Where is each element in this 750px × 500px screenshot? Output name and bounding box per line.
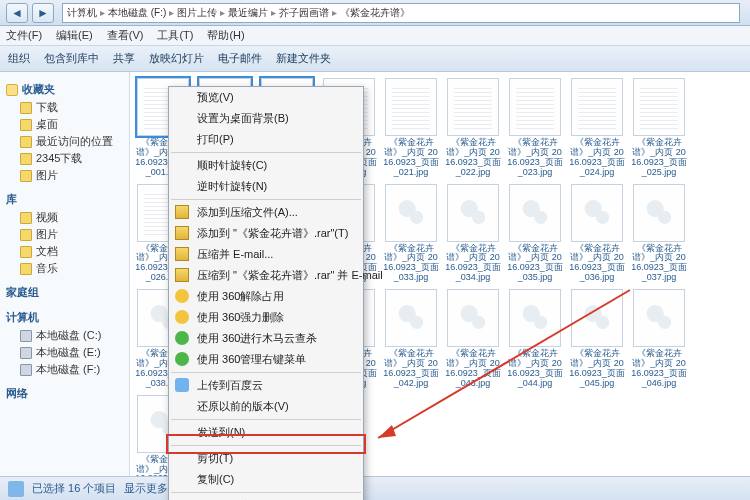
file-thumbnail[interactable]: 《紫金花卉谱》_内页 2016.0923_页面_042.jpg: [382, 289, 440, 389]
archive-icon: [175, 268, 189, 282]
file-thumbnail[interactable]: 《紫金花卉谱》_内页 2016.0923_页面_023.jpg: [506, 78, 564, 178]
folder-icon: [20, 170, 32, 182]
cm-create-shortcut[interactable]: 创建快捷方式(S): [169, 495, 363, 500]
cm-360-force-delete[interactable]: 使用 360强力删除: [169, 307, 363, 328]
cm-360-manage-menu[interactable]: 使用 360管理右键菜单: [169, 349, 363, 370]
cmd-organize[interactable]: 组织: [8, 51, 30, 66]
file-thumbnail[interactable]: 《紫金花卉谱》_内页 2016.0923_页面_044.jpg: [506, 289, 564, 389]
breadcrumb-item[interactable]: 最近编片: [228, 6, 268, 20]
360-icon: [175, 352, 189, 366]
file-caption: 《紫金花卉谱》_内页 2016.0923_页面_045.jpg: [568, 349, 626, 389]
file-thumbnail[interactable]: 《紫金花卉谱》_内页 2016.0923_页面_025.jpg: [630, 78, 688, 178]
cmd-email[interactable]: 电子邮件: [218, 51, 262, 66]
cm-preview[interactable]: 预览(V): [169, 87, 363, 108]
folder-icon: [20, 246, 32, 258]
file-caption: 《紫金花卉谱》_内页 2016.0923_页面_046.jpg: [630, 349, 688, 389]
thumbnail-image: [447, 78, 499, 136]
cm-360-unlock[interactable]: 使用 360解除占用: [169, 286, 363, 307]
menu-help[interactable]: 帮助(H): [207, 28, 244, 43]
cmd-include[interactable]: 包含到库中: [44, 51, 99, 66]
file-thumbnail[interactable]: 《紫金花卉谱》_内页 2016.0923_页面_046.jpg: [630, 289, 688, 389]
drive-icon: [20, 347, 32, 359]
file-caption: 《紫金花卉谱》_内页 2016.0923_页面_042.jpg: [382, 349, 440, 389]
folder-icon: [20, 263, 32, 275]
breadcrumb-item[interactable]: 《紫金花卉谱》: [340, 6, 410, 20]
menu-edit[interactable]: 编辑(E): [56, 28, 93, 43]
cmd-share[interactable]: 共享: [113, 51, 135, 66]
cm-set-background[interactable]: 设置为桌面背景(B): [169, 108, 363, 129]
file-thumbnail[interactable]: 《紫金花卉谱》_内页 2016.0923_页面_037.jpg: [630, 184, 688, 284]
cm-rotate-ccw[interactable]: 逆时针旋转(N): [169, 176, 363, 197]
breadcrumb-root[interactable]: 计算机: [67, 6, 97, 20]
command-bar: 组织 包含到库中 共享 放映幻灯片 电子邮件 新建文件夹: [0, 46, 750, 72]
cm-send-to[interactable]: 发送到(N): [169, 422, 363, 443]
archive-icon: [175, 226, 189, 240]
sidebar-libraries[interactable]: 库: [6, 192, 123, 207]
sidebar-item-pictures[interactable]: 图片: [6, 167, 123, 184]
sidebar-item-documents[interactable]: 文档: [6, 243, 123, 260]
cm-restore-version[interactable]: 还原以前的版本(V): [169, 396, 363, 417]
cmd-slideshow[interactable]: 放映幻灯片: [149, 51, 204, 66]
file-thumbnail[interactable]: 《紫金花卉谱》_内页 2016.0923_页面_045.jpg: [568, 289, 626, 389]
separator: [171, 152, 361, 153]
sidebar-item-drive-e[interactable]: 本地磁盘 (E:): [6, 344, 123, 361]
sidebar-item-desktop[interactable]: 桌面: [6, 116, 123, 133]
sidebar-item-downloads[interactable]: 下载: [6, 99, 123, 116]
file-caption: 《紫金花卉谱》_内页 2016.0923_页面_022.jpg: [444, 138, 502, 178]
cmd-newfolder[interactable]: 新建文件夹: [276, 51, 331, 66]
file-thumbnail[interactable]: 《紫金花卉谱》_内页 2016.0923_页面_035.jpg: [506, 184, 564, 284]
menu-tools[interactable]: 工具(T): [157, 28, 193, 43]
breadcrumb-item[interactable]: 芥子园画谱: [279, 6, 329, 20]
cm-360-scan[interactable]: 使用 360进行木马云查杀: [169, 328, 363, 349]
file-caption: 《紫金花卉谱》_内页 2016.0923_页面_021.jpg: [382, 138, 440, 178]
thumbnail-image: [571, 78, 623, 136]
file-thumbnail[interactable]: 《紫金花卉谱》_内页 2016.0923_页面_033.jpg: [382, 184, 440, 284]
cm-rotate-cw[interactable]: 顺时针旋转(C): [169, 155, 363, 176]
thumbnail-image: [633, 289, 685, 347]
breadcrumb[interactable]: 计算机▸ 本地磁盘 (F:)▸ 图片上传▸ 最近编片▸ 芥子园画谱▸ 《紫金花卉…: [62, 3, 740, 23]
thumbnail-image: [385, 289, 437, 347]
file-thumbnail[interactable]: 《紫金花卉谱》_内页 2016.0923_页面_034.jpg: [444, 184, 502, 284]
cm-upload-cloud[interactable]: 上传到百度云: [169, 375, 363, 396]
breadcrumb-item[interactable]: 图片上传: [177, 6, 217, 20]
file-thumbnail[interactable]: 《紫金花卉谱》_内页 2016.0923_页面_021.jpg: [382, 78, 440, 178]
360-icon: [175, 331, 189, 345]
sidebar-homegroup[interactable]: 家庭组: [6, 285, 123, 300]
sidebar-item-recent[interactable]: 最近访问的位置: [6, 133, 123, 150]
sidebar-item-music[interactable]: 音乐: [6, 260, 123, 277]
sidebar-computer[interactable]: 计算机: [6, 310, 123, 325]
file-thumbnail[interactable]: 《紫金花卉谱》_内页 2016.0923_页面_024.jpg: [568, 78, 626, 178]
archive-icon: [175, 247, 189, 261]
sidebar-item-2345[interactable]: 2345下载: [6, 150, 123, 167]
sidebar-network[interactable]: 网络: [6, 386, 123, 401]
star-icon: [6, 84, 18, 96]
cm-cut[interactable]: 剪切(T): [169, 448, 363, 469]
sidebar-item-drive-f[interactable]: 本地磁盘 (F:): [6, 361, 123, 378]
menu-view[interactable]: 查看(V): [107, 28, 144, 43]
sidebar-item-drive-c[interactable]: 本地磁盘 (C:): [6, 327, 123, 344]
cm-add-named-zip[interactable]: 添加到 "《紫金花卉谱》.rar"(T): [169, 223, 363, 244]
file-thumbnail[interactable]: 《紫金花卉谱》_内页 2016.0923_页面_022.jpg: [444, 78, 502, 178]
nav-back-button[interactable]: ◄: [6, 3, 28, 23]
thumbnail-image: [633, 184, 685, 242]
file-caption: 《紫金花卉谱》_内页 2016.0923_页面_025.jpg: [630, 138, 688, 178]
file-caption: 《紫金花卉谱》_内页 2016.0923_页面_044.jpg: [506, 349, 564, 389]
file-thumbnail[interactable]: 《紫金花卉谱》_内页 2016.0923_页面_036.jpg: [568, 184, 626, 284]
cm-zip-email[interactable]: 压缩并 E-mail...: [169, 244, 363, 265]
drive-icon: [20, 330, 32, 342]
file-thumbnail[interactable]: 《紫金花卉谱》_内页 2016.0923_页面_043.jpg: [444, 289, 502, 389]
sidebar-item-videos[interactable]: 视频: [6, 209, 123, 226]
sidebar-item-pictures-lib[interactable]: 图片: [6, 226, 123, 243]
breadcrumb-item[interactable]: 本地磁盘 (F:): [108, 6, 166, 20]
cm-zip-named-email[interactable]: 压缩到 "《紫金花卉谱》.rar" 并 E-mail: [169, 265, 363, 286]
cm-copy[interactable]: 复制(C): [169, 469, 363, 490]
cm-print[interactable]: 打印(P): [169, 129, 363, 150]
menu-file[interactable]: 文件(F): [6, 28, 42, 43]
file-caption: 《紫金花卉谱》_内页 2016.0923_页面_034.jpg: [444, 244, 502, 284]
nav-forward-button[interactable]: ►: [32, 3, 54, 23]
thumbnail-image: [633, 78, 685, 136]
sidebar-favorites[interactable]: 收藏夹: [6, 82, 123, 97]
title-bar: ◄ ► 计算机▸ 本地磁盘 (F:)▸ 图片上传▸ 最近编片▸ 芥子园画谱▸ 《…: [0, 0, 750, 26]
cm-add-zip[interactable]: 添加到压缩文件(A)...: [169, 202, 363, 223]
separator: [171, 445, 361, 446]
